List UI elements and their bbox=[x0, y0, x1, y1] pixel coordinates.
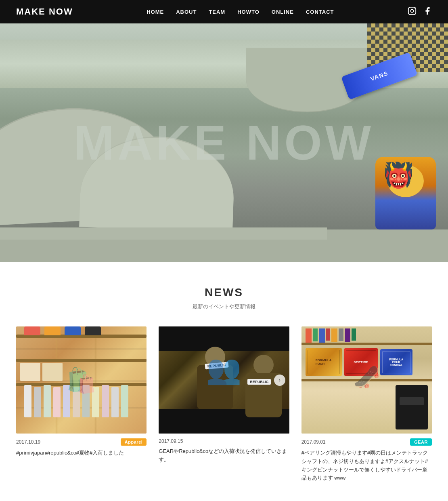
nav-link-howto[interactable]: HOWTO bbox=[237, 9, 260, 15]
news-card-3-image-wrap[interactable]: FORMULAFOUR SPITFIRE FORMULAFOURCONICAL bbox=[301, 326, 432, 434]
monster-figure bbox=[375, 157, 436, 229]
news-card-3-meta: 2017.09.01 GEAR bbox=[301, 438, 432, 446]
news-grid: 2017.10.19 Apparel #primivjapan#republic… bbox=[16, 326, 432, 482]
news-section-subtitle: 最新のイベントや更新情報 bbox=[16, 303, 432, 310]
news-card-3-image: FORMULAFOUR SPITFIRE FORMULAFOURCONICAL bbox=[301, 326, 432, 434]
news-card-2-meta: 2017.09.15 bbox=[159, 438, 289, 444]
news-section: NEWS 最新のイベントや更新情報 bbox=[0, 262, 448, 499]
news-header: NEWS 最新のイベントや更新情報 bbox=[16, 286, 432, 310]
nav-link-about[interactable]: ABOUT bbox=[176, 9, 197, 15]
news-card-3-date: 2017.09.01 bbox=[301, 439, 326, 445]
nav-link-home[interactable]: HOME bbox=[147, 9, 164, 15]
ground-surface-2 bbox=[0, 227, 327, 240]
navbar: MAKE NOW HOME ABOUT TEAM HOWTO ONLINE CO… bbox=[0, 0, 448, 23]
nav-link-team[interactable]: TEAM bbox=[209, 9, 225, 15]
nav-icons bbox=[408, 6, 432, 17]
news-card-1-image bbox=[16, 326, 147, 434]
news-card-1-image-wrap[interactable] bbox=[16, 326, 147, 434]
nav-link-online[interactable]: ONLINE bbox=[272, 9, 294, 15]
svg-rect-0 bbox=[408, 7, 416, 14]
news-card-2-image-wrap[interactable]: REPUBLIC REPUBLIC › bbox=[159, 326, 289, 434]
instagram-icon[interactable] bbox=[408, 6, 417, 17]
news-card-1-meta: 2017.10.19 Apparel bbox=[16, 438, 147, 446]
news-card-3-tag[interactable]: GEAR bbox=[410, 438, 432, 446]
news-card-2-text: GEARやRepublic&coなどの入荷状況を発信していきます。 bbox=[159, 447, 289, 464]
nav-links: HOME ABOUT TEAM HOWTO ONLINE CONTACT bbox=[147, 9, 334, 15]
news-card-3-text: #ベアリング清掃もやります#雨の日はメンテトラックシャフトの、ネジ切りもあります… bbox=[301, 449, 432, 482]
hero-text: MAKE NOW bbox=[74, 118, 374, 167]
news-section-title: NEWS bbox=[16, 286, 432, 299]
news-card-1-text: #primivjapan#republic&co#夏物#入荷しました bbox=[16, 449, 147, 457]
news-card-2: REPUBLIC REPUBLIC › 2017.09.15 GEARやRepu… bbox=[159, 326, 289, 482]
news-card-1-date: 2017.10.19 bbox=[16, 439, 40, 445]
news-card-2-image: REPUBLIC REPUBLIC bbox=[159, 326, 289, 434]
carousel-next-arrow[interactable]: › bbox=[274, 375, 285, 386]
nav-link-contact[interactable]: CONTACT bbox=[306, 9, 334, 15]
news-card-1: 2017.10.19 Apparel #primivjapan#republic… bbox=[16, 326, 147, 482]
news-card-1-tag[interactable]: Apparel bbox=[121, 438, 147, 446]
facebook-icon[interactable] bbox=[423, 6, 432, 17]
nav-logo[interactable]: MAKE NOW bbox=[16, 6, 73, 17]
hero-section: MAKE NOW bbox=[0, 23, 448, 262]
news-card-3: FORMULAFOUR SPITFIRE FORMULAFOURCONICAL bbox=[301, 326, 432, 482]
news-card-2-date: 2017.09.15 bbox=[159, 438, 183, 444]
svg-point-1 bbox=[410, 9, 413, 12]
svg-point-2 bbox=[414, 8, 415, 9]
hero-title: MAKE NOW bbox=[74, 118, 374, 167]
